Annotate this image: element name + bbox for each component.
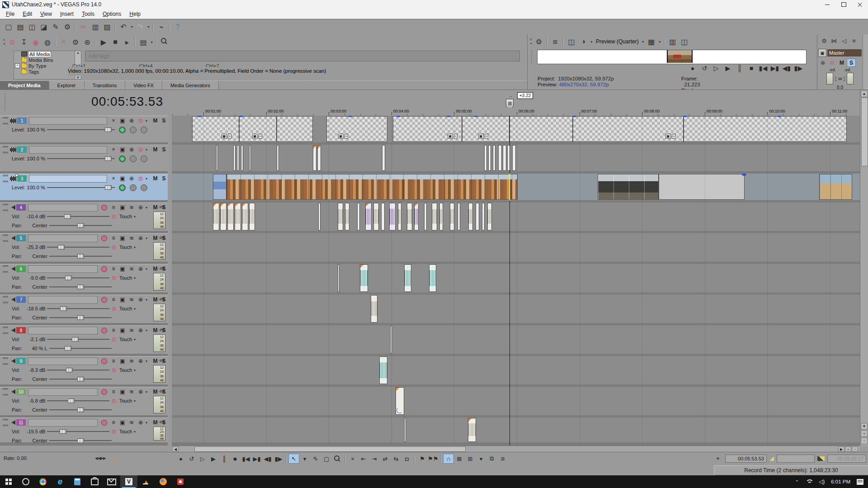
track-grip-icon[interactable] bbox=[3, 117, 8, 124]
zoom-in-button[interactable]: ＋ bbox=[845, 446, 851, 452]
timeline-event[interactable] bbox=[373, 203, 379, 230]
automation-mode-label[interactable]: Touch bbox=[119, 429, 132, 434]
master-solo-button[interactable]: S bbox=[847, 59, 856, 67]
track-fx-icon[interactable]: ≋ bbox=[127, 419, 136, 426]
open-project-icon[interactable]: ▤ bbox=[14, 21, 26, 33]
track-fx-icon[interactable]: ≋ bbox=[127, 204, 136, 211]
timeline-event[interactable] bbox=[317, 145, 321, 171]
arm-record-button[interactable] bbox=[101, 266, 107, 272]
timeline-event[interactable] bbox=[357, 203, 360, 230]
track-name-field[interactable] bbox=[29, 146, 107, 154]
mute-button[interactable]: M bbox=[151, 358, 159, 364]
downmix-output-icon[interactable]: ⋈ bbox=[829, 36, 839, 46]
remove-media-icon[interactable]: × bbox=[58, 36, 70, 48]
master-properties-icon[interactable]: ⚙ bbox=[819, 36, 829, 46]
pan-dropdown-icon[interactable]: ▾ bbox=[146, 390, 151, 394]
volume-slider[interactable] bbox=[47, 399, 109, 403]
arm-record-button[interactable] bbox=[101, 297, 107, 303]
views-dropdown-icon[interactable]: ▾ bbox=[149, 36, 154, 48]
automation-settings-icon[interactable]: ≡ bbox=[109, 235, 118, 242]
minimize-button[interactable] bbox=[819, 0, 835, 9]
automation-settings-icon[interactable]: ≡ bbox=[109, 327, 118, 334]
media-tree-item-all-media[interactable]: All Media bbox=[14, 51, 81, 57]
track-grip-icon[interactable] bbox=[3, 419, 8, 426]
track-name-field[interactable] bbox=[28, 327, 98, 334]
timeline-event[interactable] bbox=[226, 174, 518, 200]
timeline-event[interactable] bbox=[277, 116, 313, 142]
timeline-event[interactable] bbox=[493, 145, 495, 171]
quantize-dropdown-icon[interactable]: ▾ bbox=[476, 454, 486, 464]
pan-mode-icon[interactable]: ⊕ bbox=[137, 327, 145, 334]
timeline-event[interactable] bbox=[509, 116, 573, 142]
level-slider-thumb[interactable] bbox=[105, 127, 112, 132]
pan-mode-icon[interactable]: ⊕ bbox=[137, 357, 145, 365]
automation-mode-label[interactable]: Touch bbox=[119, 367, 132, 373]
track-grip-icon[interactable] bbox=[3, 357, 8, 365]
track-fx-icon[interactable]: ≋ bbox=[127, 235, 136, 242]
timeline-event[interactable] bbox=[338, 264, 340, 292]
timeline-event[interactable] bbox=[220, 203, 226, 230]
taskbar-firefox-icon[interactable] bbox=[155, 475, 172, 488]
loop-playback-icon[interactable]: ↺ bbox=[699, 63, 709, 73]
timeline-event[interactable] bbox=[382, 145, 385, 171]
timeline-event[interactable] bbox=[404, 264, 411, 292]
pan-slider-thumb[interactable] bbox=[77, 377, 84, 381]
previous-frame-icon[interactable]: ◀▮ bbox=[782, 63, 792, 73]
arm-record-button[interactable] bbox=[101, 420, 107, 426]
marker-bar[interactable]: → +3.22 bbox=[172, 90, 860, 108]
track-header-11[interactable]: 11≡▣≋⊕▾MSVol:-19.5 dB⚙Touch▾Pan:Center-I… bbox=[0, 418, 168, 442]
timeline-event[interactable] bbox=[241, 145, 243, 171]
stop-preview-icon[interactable]: ■ bbox=[109, 36, 121, 48]
pan-slider[interactable] bbox=[49, 408, 112, 412]
timeline-event[interactable] bbox=[598, 174, 659, 200]
master-fader-right[interactable] bbox=[847, 73, 854, 84]
interaction-tool-icon[interactable]: ⌁ bbox=[156, 21, 167, 33]
dim-output-icon[interactable]: ◁ bbox=[839, 36, 849, 46]
event-pan-crop-icon[interactable]: ▣ bbox=[478, 134, 484, 139]
solo-button[interactable]: S bbox=[160, 146, 168, 153]
volume-slider[interactable] bbox=[47, 245, 109, 249]
taskbar-search-icon[interactable] bbox=[17, 475, 34, 488]
arm-record-button[interactable] bbox=[101, 205, 107, 211]
menu-help[interactable]: Help bbox=[125, 10, 145, 18]
volume-slider[interactable] bbox=[47, 306, 109, 311]
split-track-icon[interactable]: ⊕ bbox=[127, 175, 136, 182]
timeline-event[interactable] bbox=[742, 174, 746, 176]
arm-record-button[interactable] bbox=[101, 235, 107, 241]
go-to-start-icon[interactable]: ▮◀ bbox=[758, 63, 768, 73]
mute-button[interactable]: M bbox=[151, 266, 159, 272]
cut-icon[interactable]: ✂ bbox=[78, 21, 90, 33]
menu-view[interactable]: View bbox=[36, 10, 56, 18]
volume-slider-thumb[interactable] bbox=[72, 337, 79, 342]
selection-length-field[interactable] bbox=[777, 455, 815, 463]
timeline-event[interactable] bbox=[407, 203, 412, 230]
pan-slider-thumb[interactable] bbox=[77, 438, 84, 442]
taskbar-clock[interactable]: 6:01 PM bbox=[831, 479, 850, 484]
timeline-event[interactable] bbox=[318, 203, 321, 230]
automation-gear-icon[interactable]: ⚙ bbox=[111, 367, 117, 374]
timeline-event[interactable] bbox=[398, 203, 401, 230]
tab-project-media[interactable]: Project Media bbox=[0, 81, 49, 90]
mute-button[interactable]: M bbox=[151, 117, 159, 124]
track-fx-dropdown-icon[interactable]: ▾ bbox=[146, 177, 151, 181]
track-fx-icon[interactable]: ≋ bbox=[127, 357, 136, 365]
notifications-icon[interactable] bbox=[857, 479, 863, 485]
solo-button[interactable]: S bbox=[160, 175, 168, 182]
collapse-arrow-icon[interactable]: ◂ bbox=[530, 42, 532, 45]
track-header-1[interactable]: 1×▣⊕⚙▾MSLevel:100.0 % bbox=[0, 116, 168, 142]
pan-dropdown-icon[interactable]: ▾ bbox=[146, 206, 151, 210]
timeline-event[interactable] bbox=[424, 203, 427, 230]
timeline-event[interactable] bbox=[503, 145, 506, 171]
volume-slider-thumb[interactable] bbox=[60, 429, 66, 434]
next-frame-icon[interactable]: ▮▶ bbox=[273, 454, 284, 464]
invert-phase-icon[interactable]: ▣ bbox=[118, 327, 127, 334]
timeline-event[interactable] bbox=[313, 145, 316, 171]
timeline-event[interactable] bbox=[498, 145, 502, 171]
preview-quality-icon[interactable]: ◑ bbox=[577, 36, 589, 47]
track-grip-icon[interactable] bbox=[3, 265, 8, 272]
clear-unused-media-icon[interactable]: ⊘ bbox=[6, 36, 18, 48]
pan-slider[interactable] bbox=[49, 254, 112, 258]
timeline-event[interactable] bbox=[227, 203, 234, 230]
pan-slider-thumb[interactable] bbox=[77, 285, 84, 289]
timeline-event[interactable] bbox=[507, 145, 511, 171]
